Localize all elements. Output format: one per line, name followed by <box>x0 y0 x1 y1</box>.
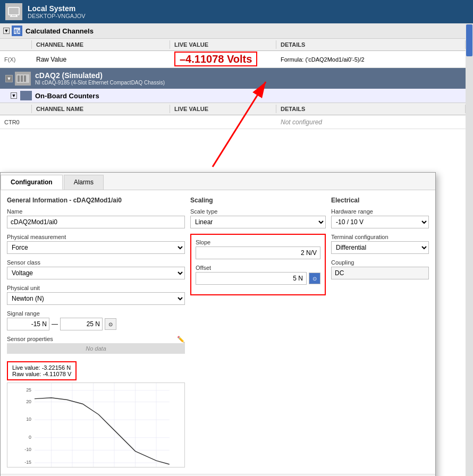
onboard-section: ▼ On-Board Counters <box>0 89 466 103</box>
tab-configuration[interactable]: Configuration <box>1 175 63 190</box>
physical-measurement-group: Physical measurement Force <box>7 234 185 254</box>
slope-group: Slope <box>196 239 320 259</box>
sensor-props-label: Sensor properties <box>7 336 53 342</box>
svg-text:f(x): f(x) <box>14 29 21 34</box>
svg-text:-10: -10 <box>24 447 31 452</box>
row-details: Formula: ('cDAQ2Mod1/ai0'-5)/2 <box>276 54 466 65</box>
onboard-icon <box>20 91 32 100</box>
scale-type-label: Scale type <box>190 208 326 215</box>
expand-cdaq[interactable]: ▼ <box>5 75 13 82</box>
signal-range-group: Signal range — ⊙ <box>7 310 185 330</box>
svg-rect-8 <box>21 75 23 82</box>
onboard-col-details: DETAILS <box>276 105 466 113</box>
name-label: Name <box>7 208 185 215</box>
signal-range-label: Signal range <box>7 310 185 317</box>
scale-type-group: Scale type Linear <box>190 208 326 228</box>
electrical-section: Electrical Hardware range -10 / 10 V Ter… <box>331 197 429 468</box>
cdaq-title: cDAQ2 (Simulated) <box>35 71 165 80</box>
signal-range-max[interactable] <box>60 318 103 330</box>
onboard-col-channel: CHANNEL NAME <box>32 105 170 113</box>
onboard-col-prefix <box>0 105 32 113</box>
calculated-channels-header: ▼ f(x) Calculated Channels <box>0 23 466 39</box>
svg-text:20: 20 <box>26 399 31 404</box>
physical-unit-label: Physical unit <box>7 285 185 291</box>
physical-measurement-select[interactable]: Force <box>7 241 185 254</box>
sensor-class-group: Sensor class Voltage <box>7 259 185 279</box>
offset-input[interactable] <box>196 272 307 285</box>
coupling-label: Coupling <box>331 259 429 266</box>
offset-row: ⊙ <box>196 272 320 285</box>
row-channel-name: Raw Value <box>32 54 170 65</box>
sensor-chart: 25 20 10 0 -10 -15 <box>7 382 185 468</box>
terminal-config-group: Terminal configuration Differential <box>331 234 429 254</box>
col-header-channel-name: CHANNEL NAME <box>32 40 170 49</box>
col-header-live-value: LIVE VALUE <box>170 40 276 49</box>
row-prefix-fx: F(X) <box>0 54 32 65</box>
general-info-section: General Information - cDAQ2Mod1/ai0 Name… <box>7 197 185 468</box>
scrollbar[interactable] <box>466 23 473 476</box>
onboard-col-headers: CHANNEL NAME LIVE VALUE DETAILS <box>0 103 466 115</box>
top-bar: Local System DESKTOP-VNGAJOV <box>0 0 473 23</box>
physical-measurement-label: Physical measurement <box>7 234 185 240</box>
physical-unit-group: Physical unit Newton (N) <box>7 285 185 305</box>
terminal-config-select[interactable]: Differential <box>331 241 429 254</box>
name-input[interactable] <box>7 216 185 228</box>
signal-range-auto-btn[interactable]: ⊙ <box>105 318 116 330</box>
cdaq-subtitle: NI cDAQ-9185 (4-Slot Ethernet CompactDAQ… <box>35 80 165 86</box>
ctr0-details: Not configured <box>276 116 466 128</box>
live-value-text: Live value: -3.22156 N <box>12 364 71 371</box>
expand-onboard[interactable]: ▼ <box>11 92 17 99</box>
calc-col-headers: CHANNEL NAME LIVE VALUE DETAILS <box>0 39 466 51</box>
svg-text:0: 0 <box>29 435 31 440</box>
svg-text:25: 25 <box>26 387 31 393</box>
physical-unit-select[interactable]: Newton (N) <box>7 292 185 305</box>
hardware-range-label: Hardware range <box>331 208 429 215</box>
tab-alarms[interactable]: Alarms <box>64 175 104 190</box>
ctr0-row[interactable]: CTR0 Not configured <box>0 115 466 129</box>
col-header-prefix <box>0 40 32 49</box>
dialog-tabs: Configuration Alarms <box>1 173 435 190</box>
sensor-props-bar: No data <box>7 343 185 354</box>
system-icon <box>5 3 22 20</box>
ctr0-live <box>170 120 276 124</box>
cdaq-icon <box>15 72 31 86</box>
signal-range-row: — ⊙ <box>7 318 185 330</box>
sensor-class-select[interactable]: Voltage <box>7 267 185 279</box>
top-bar-title: Local System <box>28 4 86 13</box>
svg-rect-9 <box>24 75 26 82</box>
scaling-params-box: Slope Offset ⊙ <box>190 234 326 295</box>
slope-input[interactable] <box>196 246 320 259</box>
row-live-value: –4.11078 Volts <box>170 51 276 67</box>
raw-value-text: Raw value: -4.11078 V <box>12 371 71 377</box>
scrollbar-thumb[interactable] <box>466 24 472 56</box>
col-header-details: DETAILS <box>276 40 466 49</box>
expand-calculated-channels[interactable]: ▼ <box>3 28 10 34</box>
name-field-group: Name <box>7 208 185 228</box>
coupling-group: Coupling <box>331 259 429 279</box>
cdaq-info: cDAQ2 (Simulated) NI cDAQ-9185 (4-Slot E… <box>35 71 165 86</box>
calculated-channels-title: Calculated Channels <box>26 27 94 35</box>
dialog-body: General Information - cDAQ2Mod1/ai0 Name… <box>1 190 435 474</box>
coupling-input <box>331 267 429 279</box>
signal-range-dash: — <box>52 320 58 328</box>
offset-group: Offset ⊙ <box>196 265 320 285</box>
hardware-range-group: Hardware range -10 / 10 V <box>331 208 429 228</box>
calculated-channels-icon: f(x) <box>12 26 22 36</box>
signal-range-min[interactable] <box>7 318 49 330</box>
svg-text:10: 10 <box>26 416 31 422</box>
offset-action-btn[interactable]: ⊙ <box>309 273 320 284</box>
ctr0-prefix: CTR0 <box>0 117 32 128</box>
svg-text:-15: -15 <box>24 460 31 465</box>
raw-value-row[interactable]: F(X) Raw Value –4.11078 Volts Formula: (… <box>0 51 466 68</box>
svg-rect-7 <box>18 75 20 82</box>
general-info-title: General Information - cDAQ2Mod1/ai0 <box>7 197 185 204</box>
scale-type-select[interactable]: Linear <box>190 216 326 228</box>
hardware-range-select[interactable]: -10 / 10 V <box>331 216 429 228</box>
scaling-title: Scaling <box>190 197 326 204</box>
ctr0-name <box>32 120 170 124</box>
sensor-props-edit-icon[interactable]: ✏️ <box>177 336 185 343</box>
sensor-props-group: Sensor properties ✏️ No data <box>7 336 185 354</box>
sensor-props-nodata: No data <box>86 345 106 352</box>
onboard-col-live: LIVE VALUE <box>170 105 276 113</box>
scaling-section: Scaling Scale type Linear Slope <box>190 197 326 468</box>
